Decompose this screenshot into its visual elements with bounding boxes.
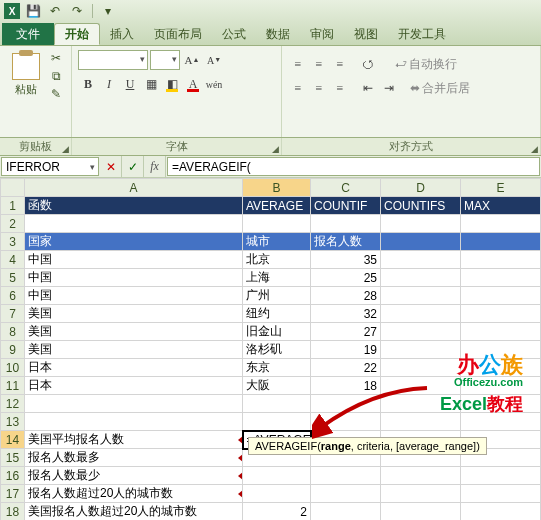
cell[interactable]: 东京	[243, 359, 311, 377]
name-box[interactable]: IFERROR	[1, 157, 99, 176]
cell[interactable]: 中国	[25, 269, 243, 287]
row-header[interactable]: 5	[1, 269, 25, 287]
align-left-button[interactable]: ≡	[288, 78, 308, 98]
row-header[interactable]: 15	[1, 449, 25, 467]
row-header[interactable]: 4	[1, 251, 25, 269]
row-header[interactable]: 3	[1, 233, 25, 251]
qat-undo-icon[interactable]: ↶	[46, 2, 64, 20]
formula-input[interactable]: =AVERAGEIF(	[167, 157, 540, 176]
cell[interactable]	[243, 485, 311, 503]
insert-function-icon[interactable]: fx	[144, 156, 166, 177]
row-header[interactable]: 14	[1, 431, 25, 449]
cell[interactable]: 美国	[25, 305, 243, 323]
cell[interactable]	[25, 395, 243, 413]
row-header[interactable]: 1	[1, 197, 25, 215]
row-header[interactable]: 10	[1, 359, 25, 377]
cell[interactable]: 北京	[243, 251, 311, 269]
row-header[interactable]: 6	[1, 287, 25, 305]
cell[interactable]	[381, 485, 461, 503]
cell[interactable]: 35	[311, 251, 381, 269]
cell[interactable]	[25, 215, 243, 233]
cell[interactable]: AVERAGE	[243, 197, 311, 215]
cell[interactable]: 美国报名人数超过20人的城市数	[25, 503, 243, 521]
select-all-corner[interactable]	[1, 179, 25, 197]
cell[interactable]	[381, 467, 461, 485]
align-middle-button[interactable]: ≡	[309, 54, 329, 74]
qat-save-icon[interactable]: 💾	[24, 2, 42, 20]
cell[interactable]: 22	[311, 359, 381, 377]
cell[interactable]: 报名人数最少	[25, 467, 243, 485]
row-header[interactable]: 7	[1, 305, 25, 323]
cell[interactable]: 28	[311, 287, 381, 305]
cell[interactable]: MAX	[461, 197, 541, 215]
cell[interactable]	[461, 287, 541, 305]
cell[interactable]	[461, 503, 541, 521]
cell[interactable]	[311, 215, 381, 233]
cell[interactable]	[381, 341, 461, 359]
cell[interactable]	[243, 467, 311, 485]
shrink-font-button[interactable]: A▼	[204, 50, 224, 70]
cell[interactable]: 19	[311, 341, 381, 359]
tab-7[interactable]: 开发工具	[388, 23, 456, 45]
row-header[interactable]: 8	[1, 323, 25, 341]
cell[interactable]: 报名人数超过20人的城市数	[25, 485, 243, 503]
row-header[interactable]: 2	[1, 215, 25, 233]
copy-icon[interactable]: ⧉	[47, 68, 65, 84]
italic-button[interactable]: I	[99, 74, 119, 94]
cell[interactable]: 日本	[25, 359, 243, 377]
underline-button[interactable]: U	[120, 74, 140, 94]
cell[interactable]: 25	[311, 269, 381, 287]
cell[interactable]: 大阪	[243, 377, 311, 395]
cell[interactable]: 18	[311, 377, 381, 395]
tab-4[interactable]: 数据	[256, 23, 300, 45]
cell[interactable]	[381, 305, 461, 323]
cell[interactable]	[461, 323, 541, 341]
font-color-button[interactable]: A	[183, 74, 203, 94]
cancel-formula-icon[interactable]: ✕	[100, 156, 122, 177]
cell[interactable]: 中国	[25, 287, 243, 305]
font-name-combo[interactable]	[78, 50, 148, 70]
row-header[interactable]: 12	[1, 395, 25, 413]
cell[interactable]: 报名人数	[311, 233, 381, 251]
cell[interactable]: 报名人数最多	[25, 449, 243, 467]
cell[interactable]: 洛杉矶	[243, 341, 311, 359]
col-header-A[interactable]: A	[25, 179, 243, 197]
tab-file[interactable]: 文件	[2, 23, 54, 45]
cell[interactable]	[381, 287, 461, 305]
row-header[interactable]: 11	[1, 377, 25, 395]
dialog-launcher-icon[interactable]: ◢	[272, 144, 279, 154]
cell[interactable]	[311, 467, 381, 485]
paste-button[interactable]: 粘贴	[6, 50, 45, 98]
cell[interactable]	[381, 503, 461, 521]
cell[interactable]: COUNTIFS	[381, 197, 461, 215]
cell[interactable]: 纽约	[243, 305, 311, 323]
tab-1[interactable]: 插入	[100, 23, 144, 45]
cell[interactable]: 美国	[25, 323, 243, 341]
border-button[interactable]: ▦	[141, 74, 161, 94]
tab-0[interactable]: 开始	[54, 23, 100, 45]
cell[interactable]	[461, 215, 541, 233]
cell[interactable]: 函数	[25, 197, 243, 215]
row-header[interactable]: 17	[1, 485, 25, 503]
tab-3[interactable]: 公式	[212, 23, 256, 45]
cell[interactable]	[243, 413, 311, 431]
align-bottom-button[interactable]: ≡	[330, 54, 350, 74]
cell[interactable]	[461, 305, 541, 323]
col-header-D[interactable]: D	[381, 179, 461, 197]
cell[interactable]	[461, 233, 541, 251]
fill-color-button[interactable]: ◧	[162, 74, 182, 94]
font-size-combo[interactable]	[150, 50, 180, 70]
cell[interactable]	[25, 413, 243, 431]
increase-indent-button[interactable]: ⇥	[379, 78, 399, 98]
cell[interactable]	[311, 413, 381, 431]
cut-icon[interactable]: ✂	[47, 50, 65, 66]
cell[interactable]: 27	[311, 323, 381, 341]
cell[interactable]: 美国	[25, 341, 243, 359]
cell[interactable]	[381, 359, 461, 377]
row-header[interactable]: 18	[1, 503, 25, 521]
col-header-E[interactable]: E	[461, 179, 541, 197]
cell[interactable]: COUNTIF	[311, 197, 381, 215]
align-top-button[interactable]: ≡	[288, 54, 308, 74]
cell[interactable]	[381, 251, 461, 269]
cell[interactable]	[461, 467, 541, 485]
